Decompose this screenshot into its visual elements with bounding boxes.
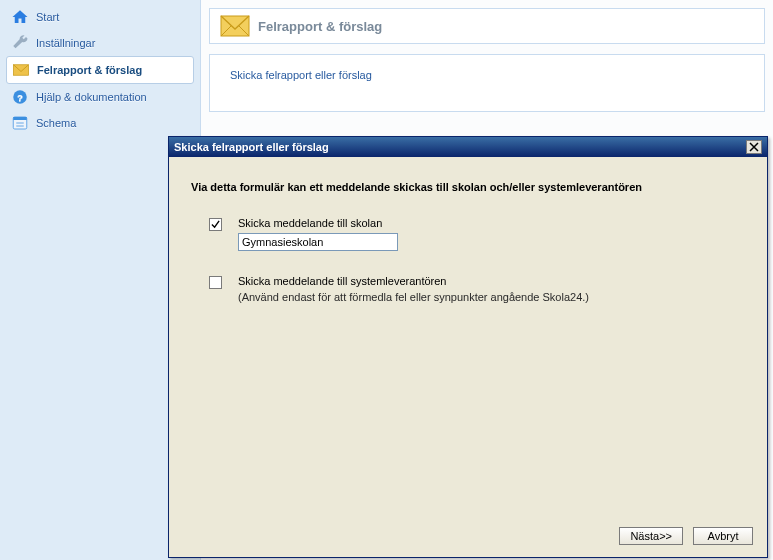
- sidebar-item-label: Inställningar: [36, 37, 95, 49]
- checkbox-leverantor[interactable]: [209, 276, 222, 289]
- panel-header-box: Felrapport & förslag: [209, 8, 765, 44]
- panel-title: Felrapport & förslag: [258, 19, 382, 34]
- dialog-titlebar: Skicka felrapport eller förslag: [169, 137, 767, 157]
- cancel-button[interactable]: Avbryt: [693, 527, 753, 545]
- sidebar-item-felrapport[interactable]: Felrapport & förslag: [6, 56, 194, 84]
- form-row-skolan: Skicka meddelande till skolan: [209, 217, 745, 251]
- sidebar-item-label: Felrapport & förslag: [37, 64, 142, 76]
- row-content-skolan: Skicka meddelande till skolan: [238, 217, 745, 251]
- label-skolan: Skicka meddelande till skolan: [238, 217, 745, 229]
- envelope-icon: [11, 60, 31, 80]
- panel-body-text[interactable]: Skicka felrapport eller förslag: [222, 65, 752, 85]
- label-leverantor: Skicka meddelande till systemleverantöre…: [238, 275, 745, 287]
- home-icon: [10, 7, 30, 27]
- panel-header: Felrapport & förslag: [220, 15, 754, 37]
- svg-rect-7: [221, 16, 249, 36]
- wrench-icon: [10, 33, 30, 53]
- dialog-title-text: Skicka felrapport eller förslag: [174, 141, 329, 153]
- sidebar-item-label: Hjälp & dokumentation: [36, 91, 147, 103]
- next-button[interactable]: Nästa>>: [619, 527, 683, 545]
- row-content-leverantor: Skicka meddelande till systemleverantöre…: [238, 275, 745, 303]
- close-icon: [749, 142, 759, 152]
- checkbox-skolan[interactable]: [209, 218, 222, 231]
- close-button[interactable]: [746, 140, 762, 154]
- sidebar-item-label: Schema: [36, 117, 76, 129]
- dialog-felrapport: Skicka felrapport eller förslag Via dett…: [168, 136, 768, 558]
- calendar-icon: [10, 113, 30, 133]
- svg-rect-4: [13, 117, 27, 120]
- panel-body: Skicka felrapport eller förslag: [209, 54, 765, 112]
- note-leverantor: (Använd endast för att förmedla fel elle…: [238, 291, 589, 303]
- dialog-buttons: Nästa>> Avbryt: [169, 517, 767, 557]
- sidebar-item-help[interactable]: ? Hjälp & dokumentation: [6, 84, 194, 110]
- dialog-body: Via detta formulär kan ett meddelande sk…: [169, 157, 767, 517]
- envelope-icon: [220, 15, 250, 37]
- sidebar-item-label: Start: [36, 11, 59, 23]
- sidebar-item-schema[interactable]: Schema: [6, 110, 194, 136]
- svg-text:?: ?: [17, 92, 23, 103]
- sidebar-item-settings[interactable]: Inställningar: [6, 30, 194, 56]
- sidebar-item-start[interactable]: Start: [6, 4, 194, 30]
- input-school-name[interactable]: [238, 233, 398, 251]
- help-icon: ?: [10, 87, 30, 107]
- dialog-heading: Via detta formulär kan ett meddelande sk…: [191, 181, 745, 193]
- form-row-leverantor: Skicka meddelande till systemleverantöre…: [209, 275, 745, 303]
